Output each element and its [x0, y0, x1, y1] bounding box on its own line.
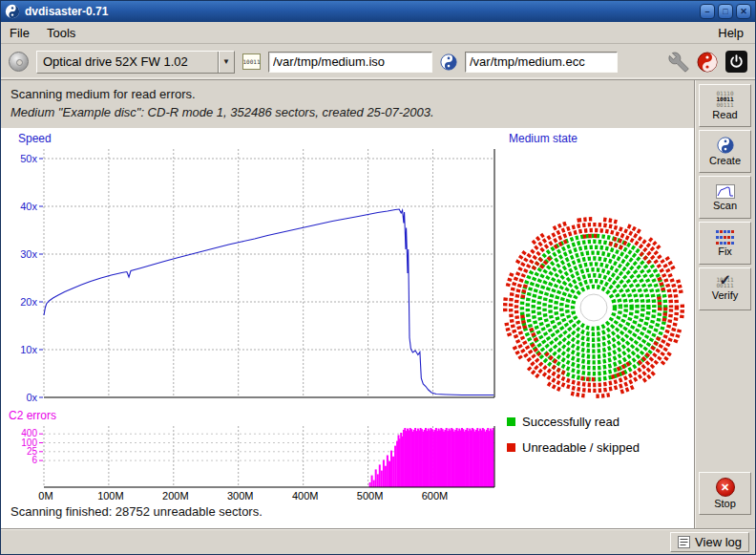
- stop-button[interactable]: ✕ Stop: [699, 472, 751, 515]
- svg-text:10x: 10x: [20, 344, 37, 355]
- mini-chart-icon: [716, 184, 735, 199]
- c2-chart: 0M100M200M300M400M500M600M400100256: [1, 422, 499, 504]
- verify-button[interactable]: 10011 00111 ✓ Verify: [699, 267, 751, 310]
- medium-state-title: Medium state: [509, 132, 578, 145]
- scan-label: Scan: [713, 200, 737, 211]
- action-sidebar: 01110 10011 00111 Read Create: [694, 80, 755, 528]
- toolbar: Optical drive 52X FW 1.02 ▼ 10011: [1, 44, 755, 80]
- ok-swatch: [507, 417, 515, 426]
- drive-icon: [9, 52, 29, 72]
- svg-text:300M: 300M: [227, 490, 254, 502]
- svg-text:6: 6: [32, 455, 37, 465]
- ecc-path-input[interactable]: [465, 52, 618, 73]
- stop-label: Stop: [714, 498, 736, 509]
- check-icon: ✓: [719, 271, 731, 288]
- close-button[interactable]: ✕: [736, 4, 751, 19]
- disc-graphic: [498, 212, 689, 403]
- c2-chart-title: C2 errors: [9, 409, 56, 422]
- svg-text:100M: 100M: [97, 490, 124, 502]
- yin-yang-icon: [717, 137, 734, 154]
- status-line-2: Medium "Example disc": CD-R mode 1, 3524…: [10, 103, 684, 121]
- scan-result-text: Scanning finished: 28752 unreadable sect…: [10, 504, 262, 519]
- svg-text:0M: 0M: [38, 490, 52, 502]
- preferences-button[interactable]: [668, 52, 689, 73]
- wrench-icon: [668, 52, 689, 73]
- fix-pixels-icon: [716, 230, 734, 245]
- window-title: dvdisaster-0.71: [25, 5, 695, 18]
- svg-text:50x: 50x: [20, 153, 37, 164]
- svg-text:20x: 20x: [20, 296, 37, 308]
- verify-label: Verify: [712, 289, 739, 301]
- image-path-input[interactable]: [268, 52, 432, 73]
- view-log-label: View log: [695, 535, 742, 549]
- chevron-down-icon: ▼: [218, 52, 234, 73]
- speed-chart-title: Speed: [18, 132, 52, 145]
- red-disc-icon: [697, 52, 718, 73]
- maximize-button[interactable]: □: [718, 4, 733, 19]
- drive-select-value: Optical drive 52X FW 1.02: [37, 54, 218, 69]
- medium-state-legend: Successfully read Unreadable / skipped: [507, 415, 640, 455]
- create-label: Create: [709, 155, 741, 166]
- binary-icon: 01110 10011 00111: [716, 91, 733, 108]
- verify-icon: 10011 00111 ✓: [716, 277, 733, 288]
- svg-text:30x: 30x: [20, 248, 37, 260]
- log-icon: [678, 536, 690, 548]
- image-file-icon: 10011: [242, 53, 261, 70]
- ecc-file-icon: [440, 53, 457, 71]
- legend-item-ok: Successfully read: [507, 415, 640, 429]
- svg-text:400M: 400M: [292, 490, 319, 502]
- app-window: dvdisaster-0.71 – □ ✕ File Tools Help Op…: [0, 0, 756, 555]
- app-icon[interactable]: [5, 4, 20, 19]
- main-content: Scanning medium for read errors. Medium …: [1, 80, 755, 528]
- fix-label: Fix: [718, 245, 732, 257]
- read-label: Read: [712, 109, 737, 120]
- svg-text:600M: 600M: [422, 490, 449, 502]
- drive-select[interactable]: Optical drive 52X FW 1.02 ▼: [36, 51, 235, 74]
- power-icon: [725, 51, 747, 73]
- quit-button[interactable]: [725, 51, 747, 73]
- menu-file[interactable]: File: [1, 23, 38, 43]
- svg-text:0x: 0x: [26, 392, 37, 403]
- help-button[interactable]: [697, 52, 718, 73]
- bad-swatch: [507, 443, 515, 452]
- legend-item-bad: Unreadable / skipped: [507, 440, 640, 455]
- minimize-button[interactable]: –: [700, 4, 715, 19]
- speed-chart: 50x40x30x20x10x0x: [1, 145, 499, 405]
- menubar: File Tools Help: [1, 22, 755, 44]
- status-area: Scanning medium for read errors. Medium …: [1, 80, 694, 128]
- chart-panel: Speed 50x40x30x20x10x0x Medium state Suc…: [1, 128, 694, 528]
- svg-text:40x: 40x: [20, 201, 37, 212]
- create-button[interactable]: Create: [699, 130, 751, 173]
- svg-text:200M: 200M: [162, 490, 189, 502]
- footer-bar: View log: [1, 528, 755, 554]
- left-column: Scanning medium for read errors. Medium …: [1, 80, 694, 528]
- status-line-1: Scanning medium for read errors.: [10, 85, 684, 103]
- stop-icon: ✕: [716, 478, 735, 497]
- read-button[interactable]: 01110 10011 00111 Read: [699, 84, 751, 127]
- fix-button[interactable]: Fix: [699, 222, 751, 265]
- titlebar: dvdisaster-0.71 – □ ✕: [1, 1, 755, 22]
- view-log-button[interactable]: View log: [670, 532, 749, 552]
- menu-help[interactable]: Help: [706, 23, 755, 43]
- menu-tools[interactable]: Tools: [38, 23, 84, 43]
- svg-text:500M: 500M: [357, 490, 384, 502]
- legend-ok-label: Successfully read: [522, 415, 620, 429]
- scan-button[interactable]: Scan: [699, 176, 751, 219]
- legend-bad-label: Unreadable / skipped: [522, 440, 640, 455]
